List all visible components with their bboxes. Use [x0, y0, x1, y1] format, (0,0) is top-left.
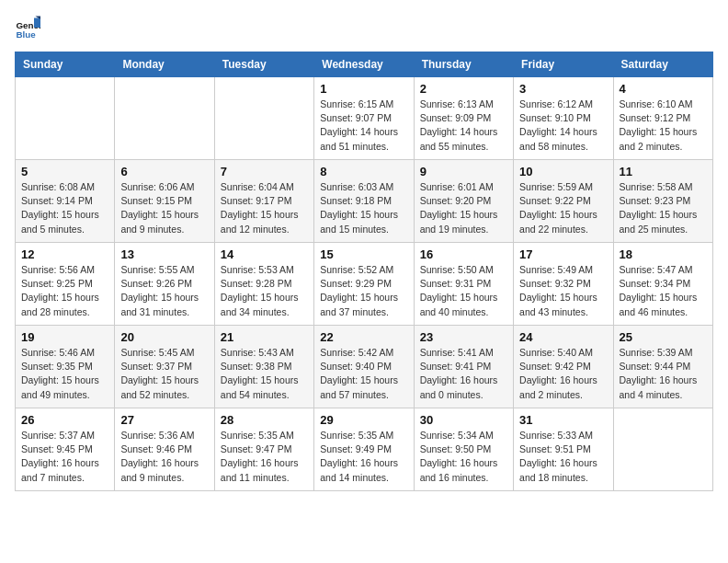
day-number: 18 — [620, 247, 707, 261]
day-number: 23 — [420, 330, 507, 344]
day-number: 29 — [320, 413, 407, 427]
day-detail: Sunrise: 6:04 AMSunset: 9:17 PMDaylight:… — [221, 180, 308, 236]
calendar-cell: 22Sunrise: 5:42 AMSunset: 9:40 PMDayligh… — [314, 326, 414, 408]
calendar-cell: 21Sunrise: 5:43 AMSunset: 9:38 PMDayligh… — [214, 326, 313, 408]
calendar-cell: 28Sunrise: 5:35 AMSunset: 9:47 PMDayligh… — [214, 408, 313, 491]
week-row-3: 12Sunrise: 5:56 AMSunset: 9:25 PMDayligh… — [16, 243, 713, 326]
day-detail: Sunrise: 5:55 AMSunset: 9:26 PMDaylight:… — [120, 263, 208, 319]
day-detail: Sunrise: 6:03 AMSunset: 9:18 PMDaylight:… — [320, 180, 407, 236]
calendar-cell: 16Sunrise: 5:50 AMSunset: 9:31 PMDayligh… — [414, 243, 513, 326]
day-number: 21 — [221, 330, 308, 344]
calendar-cell: 18Sunrise: 5:47 AMSunset: 9:34 PMDayligh… — [613, 243, 712, 326]
weekday-header-tuesday: Tuesday — [214, 52, 313, 77]
calendar-cell: 4Sunrise: 6:10 AMSunset: 9:12 PMDaylight… — [613, 77, 712, 160]
day-number: 13 — [120, 247, 208, 261]
calendar-cell — [613, 408, 712, 491]
day-number: 24 — [519, 330, 607, 344]
weekday-header-wednesday: Wednesday — [314, 52, 414, 77]
day-detail: Sunrise: 5:43 AMSunset: 9:38 PMDaylight:… — [221, 346, 308, 402]
weekday-row: SundayMondayTuesdayWednesdayThursdayFrid… — [16, 52, 713, 77]
day-number: 16 — [420, 247, 507, 261]
day-detail: Sunrise: 5:50 AMSunset: 9:31 PMDaylight:… — [420, 263, 507, 319]
week-row-1: 1Sunrise: 6:15 AMSunset: 9:07 PMDaylight… — [16, 77, 713, 160]
day-detail: Sunrise: 6:01 AMSunset: 9:20 PMDaylight:… — [420, 180, 507, 236]
calendar-cell: 10Sunrise: 5:59 AMSunset: 9:22 PMDayligh… — [514, 160, 613, 243]
weekday-header-friday: Friday — [514, 52, 613, 77]
calendar-cell — [214, 77, 313, 160]
day-number: 1 — [320, 82, 407, 96]
weekday-header-thursday: Thursday — [414, 52, 513, 77]
day-number: 3 — [519, 82, 607, 96]
calendar-cell: 24Sunrise: 5:40 AMSunset: 9:42 PMDayligh… — [514, 326, 613, 408]
day-detail: Sunrise: 6:15 AMSunset: 9:07 PMDaylight:… — [320, 98, 407, 154]
day-number: 2 — [420, 82, 507, 96]
svg-text:Blue: Blue — [16, 29, 36, 40]
day-number: 14 — [221, 247, 308, 261]
calendar-cell: 23Sunrise: 5:41 AMSunset: 9:41 PMDayligh… — [414, 326, 513, 408]
calendar-cell: 31Sunrise: 5:33 AMSunset: 9:51 PMDayligh… — [514, 408, 613, 491]
day-detail: Sunrise: 5:52 AMSunset: 9:29 PMDaylight:… — [320, 263, 407, 319]
calendar-cell: 25Sunrise: 5:39 AMSunset: 9:44 PMDayligh… — [613, 326, 712, 408]
day-number: 11 — [620, 165, 707, 178]
calendar-cell: 15Sunrise: 5:52 AMSunset: 9:29 PMDayligh… — [314, 243, 414, 326]
day-detail: Sunrise: 6:10 AMSunset: 9:12 PMDaylight:… — [620, 98, 707, 154]
calendar-header: SundayMondayTuesdayWednesdayThursdayFrid… — [16, 52, 713, 77]
calendar-cell: 13Sunrise: 5:55 AMSunset: 9:26 PMDayligh… — [115, 243, 214, 326]
calendar-cell — [115, 77, 214, 160]
day-detail: Sunrise: 5:59 AMSunset: 9:22 PMDaylight:… — [519, 180, 607, 236]
calendar-cell: 20Sunrise: 5:45 AMSunset: 9:37 PMDayligh… — [115, 326, 214, 408]
calendar-cell: 1Sunrise: 6:15 AMSunset: 9:07 PMDaylight… — [314, 77, 414, 160]
page-header: General Blue — [15, 15, 713, 40]
calendar-cell: 2Sunrise: 6:13 AMSunset: 9:09 PMDaylight… — [414, 77, 513, 160]
day-detail: Sunrise: 5:33 AMSunset: 9:51 PMDaylight:… — [519, 429, 607, 485]
day-detail: Sunrise: 5:41 AMSunset: 9:41 PMDaylight:… — [420, 346, 507, 402]
day-number: 30 — [420, 413, 507, 427]
calendar-cell — [16, 77, 115, 160]
calendar-cell: 7Sunrise: 6:04 AMSunset: 9:17 PMDaylight… — [214, 160, 313, 243]
svg-marker-2 — [34, 18, 40, 29]
day-detail: Sunrise: 6:08 AMSunset: 9:14 PMDaylight:… — [21, 180, 108, 236]
day-number: 27 — [120, 413, 208, 427]
calendar-body: 1Sunrise: 6:15 AMSunset: 9:07 PMDaylight… — [16, 77, 713, 491]
calendar-cell: 5Sunrise: 6:08 AMSunset: 9:14 PMDaylight… — [16, 160, 115, 243]
day-detail: Sunrise: 5:42 AMSunset: 9:40 PMDaylight:… — [320, 346, 407, 402]
day-number: 12 — [21, 247, 108, 261]
day-number: 10 — [519, 165, 607, 178]
day-detail: Sunrise: 5:37 AMSunset: 9:45 PMDaylight:… — [21, 429, 108, 485]
day-number: 9 — [420, 165, 507, 178]
day-number: 26 — [21, 413, 108, 427]
week-row-5: 26Sunrise: 5:37 AMSunset: 9:45 PMDayligh… — [16, 408, 713, 491]
day-detail: Sunrise: 5:34 AMSunset: 9:50 PMDaylight:… — [420, 429, 507, 485]
day-detail: Sunrise: 5:53 AMSunset: 9:28 PMDaylight:… — [221, 263, 308, 319]
day-detail: Sunrise: 5:58 AMSunset: 9:23 PMDaylight:… — [620, 180, 707, 236]
day-number: 17 — [519, 247, 607, 261]
week-row-2: 5Sunrise: 6:08 AMSunset: 9:14 PMDaylight… — [16, 160, 713, 243]
day-number: 20 — [120, 330, 208, 344]
day-detail: Sunrise: 5:35 AMSunset: 9:47 PMDaylight:… — [221, 429, 308, 485]
day-detail: Sunrise: 5:56 AMSunset: 9:25 PMDaylight:… — [21, 263, 108, 319]
day-detail: Sunrise: 5:39 AMSunset: 9:44 PMDaylight:… — [620, 346, 707, 402]
day-number: 22 — [320, 330, 407, 344]
calendar-cell: 3Sunrise: 6:12 AMSunset: 9:10 PMDaylight… — [514, 77, 613, 160]
day-number: 5 — [21, 165, 108, 178]
week-row-4: 19Sunrise: 5:46 AMSunset: 9:35 PMDayligh… — [16, 326, 713, 408]
day-detail: Sunrise: 5:46 AMSunset: 9:35 PMDaylight:… — [21, 346, 108, 402]
calendar-cell: 9Sunrise: 6:01 AMSunset: 9:20 PMDaylight… — [414, 160, 513, 243]
day-detail: Sunrise: 6:12 AMSunset: 9:10 PMDaylight:… — [519, 98, 607, 154]
logo: General Blue — [15, 15, 44, 40]
calendar-cell: 6Sunrise: 6:06 AMSunset: 9:15 PMDaylight… — [115, 160, 214, 243]
calendar-cell: 14Sunrise: 5:53 AMSunset: 9:28 PMDayligh… — [214, 243, 313, 326]
day-number: 25 — [620, 330, 707, 344]
day-number: 28 — [221, 413, 308, 427]
day-number: 4 — [620, 82, 707, 96]
calendar-cell: 26Sunrise: 5:37 AMSunset: 9:45 PMDayligh… — [16, 408, 115, 491]
calendar-cell: 17Sunrise: 5:49 AMSunset: 9:32 PMDayligh… — [514, 243, 613, 326]
weekday-header-monday: Monday — [115, 52, 214, 77]
calendar-cell: 30Sunrise: 5:34 AMSunset: 9:50 PMDayligh… — [414, 408, 513, 491]
day-detail: Sunrise: 6:06 AMSunset: 9:15 PMDaylight:… — [120, 180, 208, 236]
weekday-header-sunday: Sunday — [16, 52, 115, 77]
logo-icon: General Blue — [15, 15, 40, 40]
day-detail: Sunrise: 6:13 AMSunset: 9:09 PMDaylight:… — [420, 98, 507, 154]
calendar-cell: 11Sunrise: 5:58 AMSunset: 9:23 PMDayligh… — [613, 160, 712, 243]
calendar-cell: 8Sunrise: 6:03 AMSunset: 9:18 PMDaylight… — [314, 160, 414, 243]
